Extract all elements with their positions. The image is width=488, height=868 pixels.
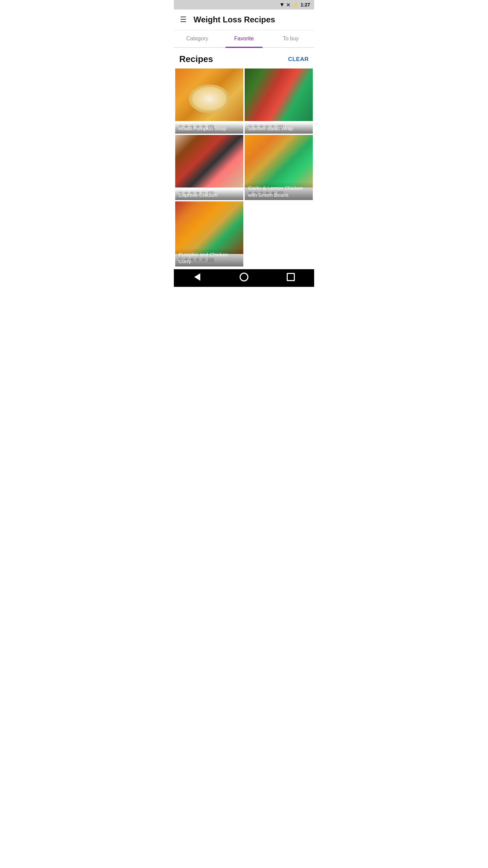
- tab-favorite[interactable]: Favorite: [221, 30, 267, 47]
- tab-category[interactable]: Category: [174, 30, 221, 47]
- recipe-title-roast-pumpkin-soup: Roast Pumpkin Soup: [175, 122, 243, 134]
- clear-button[interactable]: CLEAR: [288, 56, 309, 63]
- status-bar: ▼ ✕ ⚡ 1:27: [174, 0, 314, 9]
- recipe-card-roast-pumpkin-soup[interactable]: Roast Pumpkin Soup ★ ★ ★ ★ ★ (0): [175, 68, 243, 134]
- header: ☰ Weight Loss Recipes: [174, 9, 314, 30]
- status-time: 1:27: [301, 2, 310, 7]
- recents-icon: [287, 273, 295, 283]
- recipe-card-salmon-salad-wrap[interactable]: Salmon Salad Wrap ★ ★ ★ ★ ★ (0): [245, 68, 313, 134]
- recipe-grid: Roast Pumpkin Soup ★ ★ ★ ★ ★ (0) Salmon …: [174, 68, 314, 267]
- recipe-image-roast-pumpkin-soup: [175, 68, 243, 121]
- recipes-header: Recipes CLEAR: [174, 48, 314, 68]
- bottom-nav: [174, 269, 314, 287]
- tabs-bar: Category Favorite To buy: [174, 30, 314, 48]
- menu-icon[interactable]: ☰: [180, 16, 187, 23]
- signal-icon: ✕: [286, 2, 290, 8]
- recipe-title-garlic-lemon-chicken: Garlic & Lemon Chicken with Green Beans: [245, 182, 313, 200]
- home-icon: [240, 273, 248, 283]
- page-title: Weight Loss Recipes: [194, 15, 275, 24]
- recipe-image-pumpkin-chicken-curry: [175, 201, 243, 254]
- recipe-card-pumpkin-chicken-curry[interactable]: Pumpkin and Chicken Curry ★ ★ ★ ★ ★ (0): [175, 201, 243, 267]
- home-button[interactable]: [237, 271, 251, 285]
- back-button[interactable]: [190, 271, 205, 285]
- recipe-title-caprese-chicken: Caprese Chicken: [175, 189, 243, 200]
- recipe-card-garlic-lemon-chicken[interactable]: Garlic & Lemon Chicken with Green Beans …: [245, 135, 313, 200]
- tab-to-buy[interactable]: To buy: [267, 30, 314, 47]
- recipes-label: Recipes: [179, 54, 213, 64]
- recipe-title-salmon-salad-wrap: Salmon Salad Wrap: [245, 122, 313, 134]
- battery-icon: ⚡: [292, 2, 299, 8]
- status-icons: ▼ ✕ ⚡: [279, 2, 299, 8]
- recipe-image-salmon-salad-wrap: [245, 68, 313, 121]
- recipe-card-caprese-chicken[interactable]: Caprese Chicken ★ ★ ★ ★ ★ (0): [175, 135, 243, 200]
- wifi-icon: ▼: [279, 2, 285, 8]
- back-icon: [194, 273, 200, 283]
- recipe-image-garlic-lemon-chicken: [245, 135, 313, 188]
- recipe-image-caprese-chicken: [175, 135, 243, 188]
- recents-button[interactable]: [283, 271, 298, 285]
- recipe-title-pumpkin-chicken-curry: Pumpkin and Chicken Curry: [175, 249, 243, 267]
